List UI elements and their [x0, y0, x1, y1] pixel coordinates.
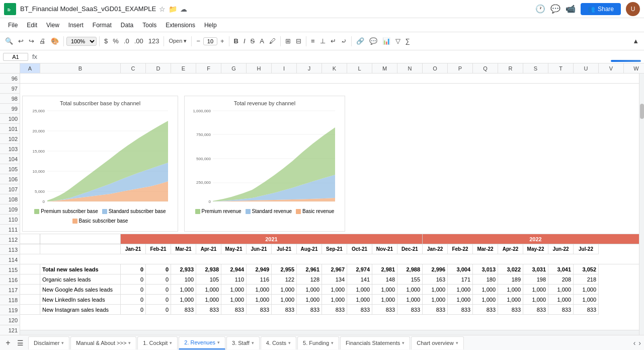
- col-S[interactable]: S: [523, 63, 548, 73]
- data-row-122[interactable]: Organic sales leads 0 0 100 105 110 116 …: [20, 274, 644, 285]
- function-btn[interactable]: ∑: [404, 36, 412, 46]
- data-row-125[interactable]: New Instagram sales leads 0 0 833 833 83…: [20, 305, 644, 315]
- decimal-inc-btn[interactable]: .00: [132, 36, 145, 46]
- tab-funding[interactable]: 5. Funding ▾: [297, 336, 339, 349]
- tab-nav-right[interactable]: ›: [637, 338, 642, 348]
- tab-financials[interactable]: Financials Statements ▾: [340, 336, 410, 349]
- menu-data[interactable]: Data: [117, 21, 137, 30]
- col-D[interactable]: D: [146, 63, 171, 73]
- format-num-btn[interactable]: 123: [146, 36, 162, 46]
- tab-revenues[interactable]: 2. Revenues ▾: [179, 336, 225, 349]
- cloud-icon[interactable]: ☁: [180, 5, 187, 13]
- col-K[interactable]: K: [322, 63, 347, 73]
- col-L[interactable]: L: [347, 63, 372, 73]
- add-sheet-button[interactable]: +: [2, 337, 14, 349]
- bold-btn[interactable]: B: [232, 36, 240, 46]
- tab-costs[interactable]: 4. Costs ▾: [261, 336, 296, 349]
- font-size-input[interactable]: [203, 37, 217, 45]
- menu-file[interactable]: File: [4, 21, 22, 30]
- italic-btn[interactable]: I: [242, 36, 248, 46]
- col-V[interactable]: V: [599, 63, 624, 73]
- tab-staff[interactable]: 3. Staff ▾: [226, 336, 260, 349]
- col-R[interactable]: R: [498, 63, 523, 73]
- col-F[interactable]: F: [196, 63, 221, 73]
- row-115: 115: [0, 265, 20, 275]
- menu-edit[interactable]: Edit: [23, 21, 41, 30]
- collapse-btn[interactable]: ▲: [630, 36, 641, 46]
- folder-icon[interactable]: 📁: [169, 5, 177, 13]
- avatar[interactable]: U: [626, 2, 640, 16]
- print-btn[interactable]: 🖨: [37, 36, 48, 46]
- chart-btn[interactable]: 📊: [380, 36, 392, 46]
- col-C[interactable]: C: [121, 63, 146, 73]
- tab-chart-overview[interactable]: Chart overview ▾: [411, 336, 463, 349]
- redo-btn[interactable]: ↪: [27, 36, 36, 46]
- rotate-btn[interactable]: ⤾: [339, 36, 349, 46]
- filter-btn[interactable]: ▽: [393, 36, 403, 46]
- menu-insert[interactable]: Insert: [64, 21, 88, 30]
- formula-input[interactable]: [39, 53, 609, 60]
- col-P[interactable]: P: [448, 63, 473, 73]
- data-row-121[interactable]: Total new sales leads 0 0 2,933 2,938 2,…: [20, 264, 644, 274]
- borders-btn[interactable]: ⊞: [283, 36, 293, 46]
- history-icon[interactable]: 🕐: [535, 4, 545, 14]
- link-btn[interactable]: 🔗: [354, 36, 366, 46]
- align-v-btn[interactable]: ⊥: [318, 36, 328, 46]
- row-numbers: 96 97 98 99 100 101 102 103 104 105 106 …: [0, 74, 20, 335]
- star-icon[interactable]: ☆: [159, 5, 166, 13]
- paint-format-btn[interactable]: 🎨: [49, 36, 61, 46]
- col-N[interactable]: N: [397, 63, 423, 73]
- tab-nav-left[interactable]: ‹: [632, 338, 637, 348]
- col-O[interactable]: O: [423, 63, 448, 73]
- col-J[interactable]: J: [297, 63, 322, 73]
- col-W[interactable]: W: [624, 63, 644, 73]
- col-E[interactable]: E: [171, 63, 196, 73]
- undo-btn[interactable]: ↩: [16, 36, 26, 46]
- menu-view[interactable]: View: [42, 21, 63, 30]
- currency-btn[interactable]: $: [102, 36, 110, 46]
- search-btn[interactable]: 🔍: [3, 36, 15, 46]
- tab-manual[interactable]: Manual & About >>> ▾: [70, 336, 136, 349]
- strikethrough-btn[interactable]: S: [249, 36, 257, 46]
- tab-disclaimer[interactable]: Disclaimer ▾: [28, 336, 69, 349]
- comment-icon[interactable]: 💬: [550, 4, 560, 14]
- col-T[interactable]: T: [548, 63, 574, 73]
- wrap-btn[interactable]: ↵: [329, 36, 338, 46]
- menu-tools[interactable]: Tools: [138, 21, 160, 30]
- comment-tb-btn[interactable]: 💬: [367, 36, 379, 46]
- col-A[interactable]: A: [20, 63, 40, 73]
- highlight-btn[interactable]: 🖊: [267, 36, 278, 46]
- top-right-actions: 🕐 💬 📹 👥 Share U: [535, 2, 640, 16]
- video-icon[interactable]: 📹: [566, 4, 576, 14]
- font-size-inc-btn[interactable]: +: [218, 36, 226, 46]
- menu-help[interactable]: Help: [200, 21, 221, 30]
- col-B[interactable]: B: [40, 63, 121, 73]
- decimal-dec-btn[interactable]: .0: [122, 36, 131, 46]
- menu-format[interactable]: Format: [89, 21, 116, 30]
- align-h-btn[interactable]: ≡: [309, 36, 317, 46]
- percent-btn[interactable]: %: [111, 36, 121, 46]
- col-G[interactable]: G: [221, 63, 247, 73]
- col-I[interactable]: I: [272, 63, 297, 73]
- col-M[interactable]: M: [372, 63, 397, 73]
- menu-extensions[interactable]: Extensions: [162, 21, 199, 30]
- scrollbar-right[interactable]: [639, 74, 644, 335]
- col-H[interactable]: H: [247, 63, 272, 73]
- font-size-dec-btn[interactable]: −: [194, 36, 202, 46]
- zoom-select[interactable]: 100% 75% 125%: [66, 37, 97, 46]
- data-row-123[interactable]: New Google Ads sales leads 0 0 1,000 1,0…: [20, 285, 644, 295]
- svg-text:0: 0: [43, 199, 45, 204]
- col-Q[interactable]: Q: [473, 63, 498, 73]
- data-row-124[interactable]: New LinkedIn sales leads 0 0 1,000 1,000…: [20, 295, 644, 305]
- text-color-btn[interactable]: A: [258, 36, 266, 46]
- scrollbar-bottom[interactable]: [20, 330, 639, 335]
- cell-a121: [20, 264, 40, 274]
- scrollbar-thumb[interactable]: [640, 104, 644, 119]
- tab-cockpit[interactable]: 1. Cockpit ▾: [137, 336, 178, 349]
- merge-btn[interactable]: ⊟: [294, 36, 303, 46]
- font-select-btn[interactable]: Open ▾: [167, 37, 189, 45]
- sheet-menu-button[interactable]: ☰: [14, 337, 26, 349]
- col-U[interactable]: U: [574, 63, 599, 73]
- share-button[interactable]: 👥 Share: [581, 3, 621, 15]
- cell-reference[interactable]: [3, 53, 28, 61]
